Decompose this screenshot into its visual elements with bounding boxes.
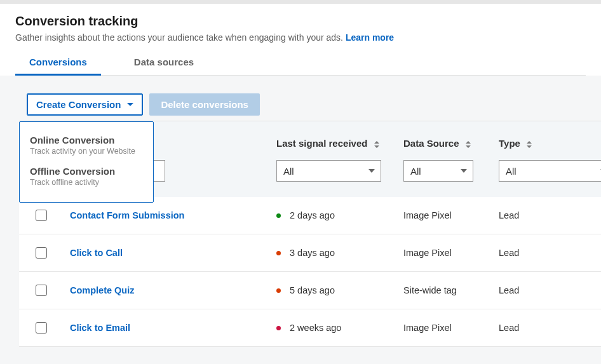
dropdown-online-conversion[interactable]: Online Conversion Track activity on your… bbox=[20, 131, 153, 162]
action-row: Create Conversion Delete conversions Onl… bbox=[19, 76, 601, 116]
signal-text: 2 weeks ago bbox=[290, 323, 341, 333]
filter-signal-select[interactable] bbox=[276, 160, 381, 182]
table-body: Contact Form Submission2 days agoImage P… bbox=[19, 197, 601, 347]
dropdown-item-sub: Track activity on your Website bbox=[30, 147, 143, 156]
tabs: Conversions Data sources bbox=[15, 57, 586, 76]
signal-text: 2 days ago bbox=[290, 210, 335, 220]
tab-conversions[interactable]: Conversions bbox=[15, 57, 101, 75]
create-conversion-button[interactable]: Create Conversion bbox=[27, 93, 143, 116]
type-text: Lead bbox=[499, 210, 519, 220]
table-row: Click to Email2 weeks agoImage PixelLead bbox=[19, 309, 601, 347]
signal-cell: 2 days ago bbox=[276, 210, 391, 220]
page-title: Conversion tracking bbox=[15, 14, 586, 29]
status-dot-icon bbox=[276, 288, 281, 293]
filter-type-select[interactable] bbox=[499, 160, 601, 182]
table-row: Complete Quiz5 days agoSite-wide tagLead bbox=[19, 272, 601, 309]
col-header-data-source[interactable]: Data Source bbox=[397, 121, 492, 160]
status-dot-icon bbox=[276, 213, 281, 218]
data-source-text: Site-wide tag bbox=[403, 285, 457, 295]
type-text: Lead bbox=[499, 248, 519, 258]
dropdown-offline-conversion[interactable]: Offline Conversion Track offline activit… bbox=[20, 162, 153, 193]
conversion-name-link[interactable]: Click to Call bbox=[70, 248, 123, 258]
sort-icon bbox=[374, 141, 379, 148]
conversion-name-link[interactable]: Contact Form Submission bbox=[70, 210, 184, 220]
type-text: Lead bbox=[499, 285, 519, 295]
signal-cell: 3 days ago bbox=[276, 248, 391, 258]
filter-source-select[interactable] bbox=[403, 160, 473, 182]
page-subtitle: Gather insights about the actions your a… bbox=[15, 32, 586, 43]
status-dot-icon bbox=[276, 251, 281, 255]
col-header-type-label: Type bbox=[499, 138, 520, 149]
filter-source-select-wrap bbox=[403, 160, 473, 182]
filter-signal-select-wrap bbox=[276, 160, 381, 182]
col-header-signal[interactable]: Last signal received bbox=[270, 121, 397, 160]
signal-cell: 2 weeks ago bbox=[276, 323, 391, 333]
create-conversion-label: Create Conversion bbox=[36, 99, 121, 110]
signal-text: 5 days ago bbox=[290, 285, 335, 295]
status-dot-icon bbox=[276, 326, 281, 330]
row-checkbox[interactable] bbox=[36, 247, 47, 259]
table-row: Click to Call3 days agoImage PixelLead bbox=[19, 234, 601, 272]
col-header-signal-label: Last signal received bbox=[276, 138, 367, 149]
row-checkbox[interactable] bbox=[36, 210, 47, 221]
filter-type-select-wrap bbox=[499, 160, 601, 182]
chevron-down-icon bbox=[127, 103, 133, 106]
data-source-text: Image Pixel bbox=[403, 323, 452, 333]
data-source-text: Image Pixel bbox=[403, 210, 452, 220]
dropdown-item-title: Offline Conversion bbox=[30, 166, 143, 177]
tab-data-sources[interactable]: Data sources bbox=[120, 57, 208, 75]
sort-icon bbox=[527, 141, 532, 148]
page-subtitle-text: Gather insights about the actions your a… bbox=[15, 32, 343, 43]
data-source-text: Image Pixel bbox=[403, 248, 452, 258]
type-text: Lead bbox=[499, 323, 519, 333]
conversion-name-link[interactable]: Complete Quiz bbox=[70, 285, 135, 295]
sort-icon bbox=[466, 141, 471, 148]
delete-conversions-button[interactable]: Delete conversions bbox=[149, 93, 260, 116]
row-checkbox[interactable] bbox=[36, 322, 47, 334]
row-checkbox[interactable] bbox=[36, 285, 47, 296]
dropdown-item-sub: Track offline activity bbox=[30, 178, 143, 187]
learn-more-link[interactable]: Learn more bbox=[346, 32, 394, 43]
col-header-type[interactable]: Type bbox=[492, 121, 601, 160]
signal-text: 3 days ago bbox=[290, 248, 335, 258]
content: Create Conversion Delete conversions Onl… bbox=[0, 76, 601, 347]
page-header: Conversion tracking Gather insights abou… bbox=[0, 4, 601, 76]
create-conversion-dropdown: Online Conversion Track activity on your… bbox=[19, 121, 154, 203]
dropdown-item-title: Online Conversion bbox=[30, 135, 143, 145]
conversion-name-link[interactable]: Click to Email bbox=[70, 323, 130, 333]
col-header-data-source-label: Data Source bbox=[403, 138, 459, 149]
signal-cell: 5 days ago bbox=[276, 285, 391, 295]
